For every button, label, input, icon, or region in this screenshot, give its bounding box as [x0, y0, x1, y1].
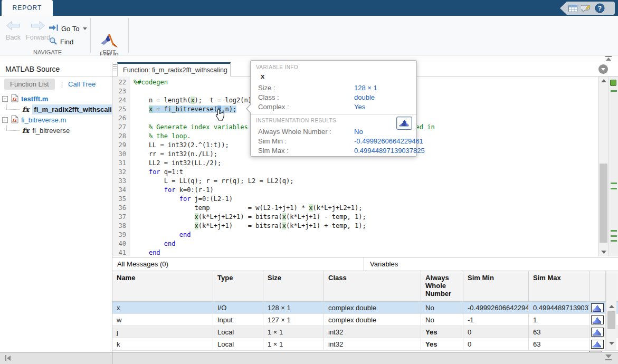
function-list-tab[interactable]: Function List [4, 79, 55, 90]
class-label: Class : [258, 93, 279, 101]
forward-arrow-icon [31, 21, 45, 32]
collapse-toolstrip-button[interactable] [605, 56, 612, 61]
tree-item-radix2fft[interactable]: fx fi_m_radix2fft_withscaling [0, 104, 112, 114]
column-header-sim-max[interactable]: Sim Max [529, 271, 590, 301]
tree-connector [6, 125, 20, 131]
complex-label: Complex : [258, 103, 289, 111]
popup-divider [251, 114, 416, 115]
size-label: Size : [258, 84, 275, 92]
table-row-j[interactable]: j Local 1 × 1 int32 Yes 0 63 [112, 326, 618, 338]
tab-overflow-button[interactable] [598, 64, 608, 74]
bottom-statusbar [0, 352, 618, 364]
table-row-x[interactable]: x I/O 128 × 1 complex double No -0.49992… [112, 302, 618, 314]
coverage-marker[interactable] [611, 90, 617, 92]
all-messages-tab[interactable]: All Messages (0) [112, 257, 364, 271]
column-header-sim-min[interactable]: Sim Min [463, 271, 529, 301]
forward-label: Forward [26, 34, 50, 41]
sidebar-tab-divider: | [61, 80, 63, 88]
sim-max-value: 0.49944897139037825 [354, 147, 425, 155]
help-icon[interactable]: ? [595, 3, 605, 13]
table-row-w[interactable]: w Input 127 × 1 complex double No -1 1 [112, 314, 618, 326]
table-vscrollbar[interactable] [606, 271, 616, 350]
coverage-marker[interactable] [611, 188, 617, 189]
function-fx-icon: fx [22, 127, 29, 135]
scroll-up-arrow[interactable] [609, 305, 614, 308]
code-marker-bar[interactable] [609, 76, 618, 256]
coverage-marker[interactable] [611, 240, 617, 242]
scroll-down-arrow[interactable] [601, 251, 606, 254]
call-tree-tab[interactable]: Call Tree [68, 80, 96, 88]
code-vscrollbar[interactable] [598, 76, 609, 256]
histogram-icon[interactable] [590, 338, 606, 350]
panel-splitter-handle[interactable] [113, 64, 117, 73]
column-header-size[interactable]: Size [263, 271, 324, 301]
histogram-icon[interactable] [590, 326, 606, 338]
variables-tab[interactable]: Variables [364, 257, 618, 271]
column-header-type[interactable]: Type [213, 271, 263, 301]
tree-item-label: fi_bitreverse.m [21, 116, 66, 124]
sim-min-value: -0.4999260664229461 [354, 137, 423, 145]
goto-label: Go To [61, 25, 79, 33]
titlebar: REPORT ? [0, 0, 618, 16]
code-line: 40 end [112, 240, 598, 248]
tree-item-label-selected: fi_m_radix2fft_withscaling [32, 104, 112, 114]
svg-text:fx: fx [12, 96, 17, 101]
collapse-bottom-panel-button[interactable] [605, 355, 612, 360]
layout-grid-icon[interactable] [568, 5, 577, 12]
toolstrip-separator2 [128, 18, 129, 53]
collapse-toggle-icon[interactable]: − [2, 96, 8, 102]
popup-section-title: VARIABLE INFO [256, 64, 298, 70]
toolstrip: Back Forward Go To Find [0, 16, 618, 55]
feedback-icon[interactable] [581, 4, 591, 12]
variable-info-popup: VARIABLE INFO x Size :128 × 1 Class :dou… [250, 60, 417, 157]
function-tab[interactable]: Function: fi_m_radix2fft_withscaling [117, 62, 231, 76]
source-tree: − fx testfft.m fx fi_m_radix2fft_withsca… [0, 91, 112, 136]
tree-item-testfft[interactable]: − fx testfft.m [0, 93, 112, 104]
scroll-thumb[interactable] [600, 164, 607, 243]
popup-arrow-inner [247, 105, 251, 112]
column-header-name[interactable]: Name [112, 271, 213, 301]
coverage-marker[interactable] [611, 235, 617, 237]
collapse-sidebar-button[interactable] [5, 355, 11, 361]
matlab-file-icon: fx [11, 94, 18, 104]
scroll-down-arrow[interactable] [609, 342, 614, 345]
table-row-k[interactable]: k Local 1 × 1 int32 Yes 0 63 [112, 338, 618, 350]
popup-variable-name: x [261, 72, 264, 80]
code-line: 38 x(k*L+j+1) = bitsra(x(k*L+j+1) + temp… [112, 222, 598, 231]
forward-button[interactable]: Forward [24, 21, 52, 41]
statusbar-divider [112, 352, 113, 364]
scroll-up-arrow[interactable] [601, 79, 606, 82]
coverage-indicator[interactable] [610, 80, 616, 86]
goto-button[interactable]: Go To [49, 24, 87, 33]
coverage-marker[interactable] [611, 183, 617, 184]
tree-connector [6, 104, 20, 110]
find-button[interactable]: Find [49, 37, 73, 47]
bottom-panel-tabs: All Messages (0) Variables [112, 257, 618, 271]
tree-item-fibitreverse-fn[interactable]: fx fi_bitreverse [0, 125, 112, 136]
awn-label: Always Whole Number : [258, 128, 331, 136]
complex-value: Yes [354, 103, 365, 111]
histogram-icon[interactable] [590, 314, 606, 325]
awn-value: No [354, 128, 363, 136]
matlab-file-icon: fx [11, 115, 18, 125]
code-line: 36 temp = w(L2-1+j+1) * x(k*L+j+L2+1); [112, 204, 598, 213]
find-label: Find [60, 38, 73, 46]
matlab-source-panel: MATLAB Source Function List | Call Tree … [0, 62, 112, 352]
histogram-icon[interactable] [590, 302, 606, 313]
navigate-group-label: NAVIGATE [16, 49, 79, 55]
column-header-awn[interactable]: Always Whole Number [421, 271, 463, 301]
table-header-row: Name Type Size Class Always Whole Number… [112, 271, 618, 302]
code-line: 33 L = LL(q); r = rr(q); L2 = LL2(q); [112, 177, 598, 186]
edit-group-label: EDIT [94, 49, 125, 55]
sim-max-label: Sim Max : [258, 147, 289, 155]
class-value: double [354, 93, 375, 101]
column-header-class[interactable]: Class [324, 271, 421, 301]
collapse-toggle-icon[interactable]: − [2, 117, 8, 123]
coverage-marker[interactable] [611, 230, 617, 232]
code-line: 41 end [112, 248, 598, 256]
code-line: 37 x(k*L+j+L2+1) = bitsra(x(k*L+j+1) - t… [112, 213, 598, 222]
back-button[interactable]: Back [3, 21, 23, 41]
tab-report[interactable]: REPORT [2, 0, 53, 16]
tree-item-fibitreverse-file[interactable]: − fx fi_bitreverse.m [0, 114, 112, 125]
scroll-thumb[interactable] [607, 311, 615, 329]
